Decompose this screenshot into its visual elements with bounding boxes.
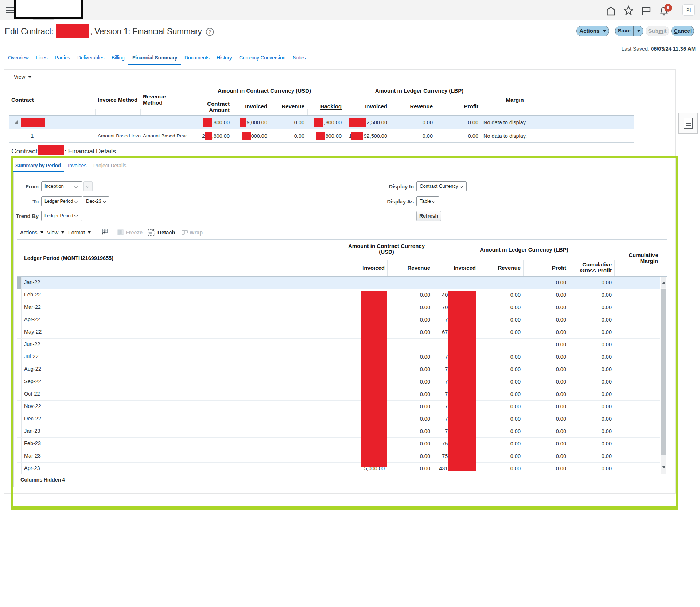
svg-text:?: ? xyxy=(209,29,211,35)
